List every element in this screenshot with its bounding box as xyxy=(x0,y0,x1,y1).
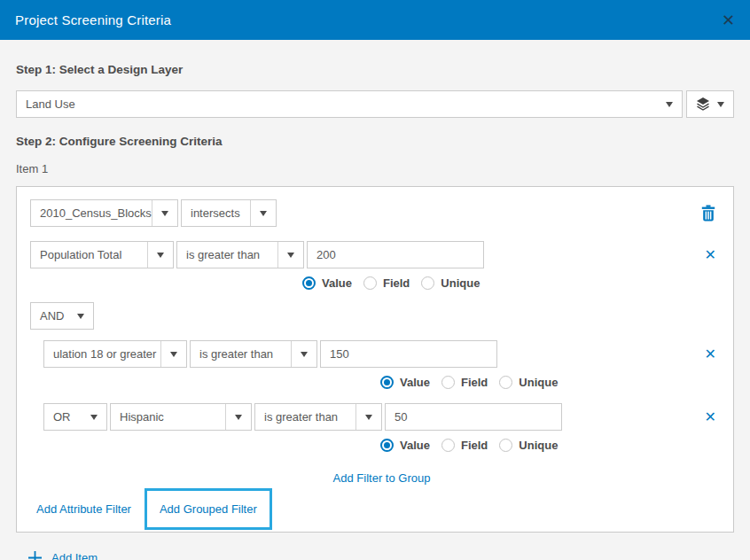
radio-unique-label: Unique xyxy=(441,276,480,290)
spatial-operator-value: intersects xyxy=(182,206,250,220)
grouped-filter-field-value: ulation 18 or greater xyxy=(44,347,160,361)
group-logic-row: AND xyxy=(30,302,720,330)
radio-selected-icon xyxy=(302,276,316,290)
chevron-down-icon xyxy=(157,253,164,258)
radio-unique[interactable]: Unique xyxy=(499,376,558,389)
add-grouped-filter-link[interactable]: Add Grouped Filter xyxy=(160,502,257,516)
grouped-filter-operator-select[interactable]: is greater than xyxy=(190,340,317,368)
filter-logic-select[interactable]: OR xyxy=(43,403,107,431)
radio-value-label: Value xyxy=(400,439,430,452)
radio-value[interactable]: Value xyxy=(302,276,352,290)
dialog-header: Project Screening Criteria ✕ xyxy=(0,0,750,40)
radio-value-label: Value xyxy=(322,276,352,290)
dialog-body: Step 1: Select a Design Layer Land Use S… xyxy=(0,63,750,560)
dialog-title: Project Screening Criteria xyxy=(15,12,171,27)
chevron-down-icon xyxy=(717,102,724,107)
delete-item-button[interactable] xyxy=(701,205,715,222)
radio-unique[interactable]: Unique xyxy=(421,276,480,290)
remove-filter-button[interactable]: ✕ xyxy=(705,410,716,424)
radio-selected-icon xyxy=(380,376,394,389)
radio-field-label: Field xyxy=(383,276,410,290)
radio-unselected-icon xyxy=(499,439,512,452)
grouped-filter-value-input[interactable] xyxy=(385,403,562,431)
grouped-filter-operator-value: is greater than xyxy=(255,410,355,424)
radio-field-label: Field xyxy=(461,439,488,452)
design-layer-row: Land Use xyxy=(16,90,734,118)
add-filter-to-group-link[interactable]: Add Filter to Group xyxy=(43,471,720,485)
remove-filter-button[interactable]: ✕ xyxy=(705,347,716,362)
radio-unique[interactable]: Unique xyxy=(499,439,558,452)
radio-value-label: Value xyxy=(400,376,430,389)
chevron-down-icon xyxy=(666,102,673,107)
add-attribute-filter-link[interactable]: Add Attribute Filter xyxy=(36,502,131,516)
chevron-down-icon xyxy=(287,253,294,258)
project-screening-criteria-dialog: Project Screening Criteria ✕ Step 1: Sel… xyxy=(0,0,750,560)
radio-field[interactable]: Field xyxy=(441,376,488,389)
grouped-filter-operator-select[interactable]: is greater than xyxy=(254,403,382,431)
filter-field-select[interactable]: Population Total xyxy=(30,241,174,268)
grouped-filter-field-select[interactable]: ulation 18 or greater xyxy=(43,340,187,368)
filter-operator-value: is greater than xyxy=(177,248,277,261)
radio-unselected-icon xyxy=(363,276,377,290)
radio-unique-label: Unique xyxy=(519,376,558,389)
grouped-filter-row: ulation 18 or greater is greater than ✕ xyxy=(43,340,720,368)
add-item-label: Add Item xyxy=(51,551,98,560)
target-layer-select[interactable]: 2010_Census_Blocks xyxy=(30,199,178,227)
radio-unselected-icon xyxy=(499,376,512,389)
chevron-down-icon xyxy=(260,211,267,216)
grouped-filter-value-input[interactable] xyxy=(320,340,497,368)
filter-field-value: Population Total xyxy=(31,248,147,261)
grouped-filter-row: OR Hispanic is greater than ✕ xyxy=(43,403,720,431)
value-type-radio-group: Value Field Unique xyxy=(380,439,720,452)
radio-value[interactable]: Value xyxy=(380,376,430,389)
close-icon[interactable]: ✕ xyxy=(722,12,735,28)
add-item-button[interactable]: Add Item xyxy=(27,550,734,560)
filter-logic-value: OR xyxy=(44,410,81,424)
target-layer-row: 2010_Census_Blocks intersects xyxy=(30,199,720,227)
layer-options-button[interactable] xyxy=(686,90,734,118)
chevron-down-icon xyxy=(77,314,84,319)
radio-unselected-icon xyxy=(441,376,455,389)
grouped-filter-operator-value: is greater than xyxy=(191,347,291,361)
chevron-down-icon xyxy=(301,352,308,357)
group-logic-value: AND xyxy=(31,309,67,323)
grouped-filter-field-value: Hispanic xyxy=(111,410,225,424)
value-type-radio-group: Value Field Unique xyxy=(302,276,720,290)
value-type-radio-group: Value Field Unique xyxy=(380,376,720,389)
step1-label: Step 1: Select a Design Layer xyxy=(16,63,734,76)
radio-unique-label: Unique xyxy=(519,439,558,452)
layers-icon xyxy=(696,97,710,111)
chevron-down-icon xyxy=(90,415,98,420)
trash-icon xyxy=(701,205,715,222)
target-layer-value: 2010_Census_Blocks xyxy=(31,206,152,220)
radio-selected-icon xyxy=(380,439,394,452)
grouped-filters: ulation 18 or greater is greater than ✕ … xyxy=(43,340,720,485)
plus-icon xyxy=(27,550,43,560)
radio-unselected-icon xyxy=(421,276,434,290)
filter-operator-select[interactable]: is greater than xyxy=(176,241,304,268)
group-logic-select[interactable]: AND xyxy=(30,302,94,330)
radio-field[interactable]: Field xyxy=(363,276,410,290)
step2-label: Step 2: Configure Screening Criteria xyxy=(16,135,734,148)
radio-field-label: Field xyxy=(461,376,488,389)
grouped-filter-field-select[interactable]: Hispanic xyxy=(110,403,252,431)
design-layer-select[interactable]: Land Use xyxy=(16,90,683,118)
filter-actions-row: Add Attribute Filter Add Grouped Filter xyxy=(30,488,720,530)
attribute-filter-row: Population Total is greater than ✕ xyxy=(30,241,720,268)
remove-filter-button[interactable]: ✕ xyxy=(705,248,716,262)
chevron-down-icon xyxy=(365,415,372,420)
radio-value[interactable]: Value xyxy=(380,439,430,452)
spatial-operator-select[interactable]: intersects xyxy=(181,199,277,227)
chevron-down-icon xyxy=(161,211,168,216)
radio-unselected-icon xyxy=(441,439,455,452)
chevron-down-icon xyxy=(235,415,242,420)
design-layer-value: Land Use xyxy=(17,97,656,111)
item-panel: 2010_Census_Blocks intersects xyxy=(16,186,734,533)
chevron-down-icon xyxy=(170,352,177,357)
filter-value-input[interactable] xyxy=(307,241,484,268)
item-label: Item 1 xyxy=(16,162,734,175)
tutorial-highlight-box: Add Grouped Filter xyxy=(145,488,272,530)
radio-field[interactable]: Field xyxy=(441,439,488,452)
